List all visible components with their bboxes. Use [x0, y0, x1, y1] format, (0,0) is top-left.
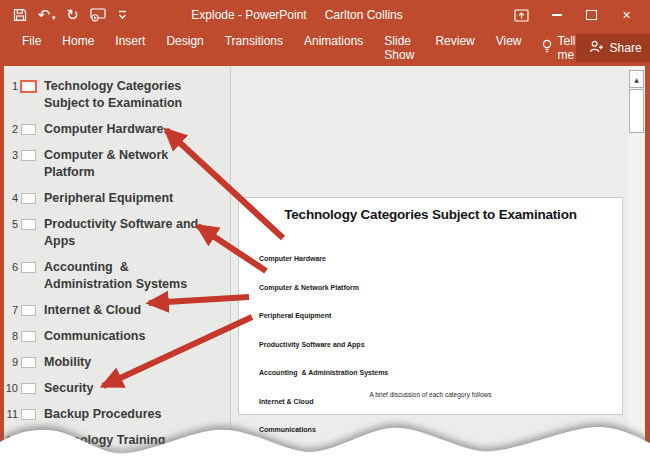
slide-number: 6 [4, 259, 18, 276]
minimize-button[interactable] [539, 0, 574, 30]
outline-item-text[interactable]: Mobility [44, 354, 91, 371]
title-bar: ↶ ▾ ↻ Explode - PowerPoint Carlton Col [0, 0, 650, 30]
outline-item[interactable]: 3 Computer & Network Platform [4, 147, 230, 181]
outline-pane: 1 Technology Categories Subject to Exami… [4, 66, 231, 459]
share-person-icon [589, 40, 604, 56]
slide-bullet[interactable]: Computer & Network Platform [259, 283, 388, 293]
tab-insert[interactable]: Insert [115, 34, 145, 62]
undo-icon[interactable]: ↶ [37, 7, 51, 23]
quick-access-toolbar: ↶ ▾ ↻ [13, 7, 130, 23]
slide-bullet[interactable]: Accounting & Administration Systems [259, 368, 388, 378]
slide-icon-selected[interactable] [20, 80, 37, 93]
window-border-right [645, 0, 650, 459]
window-title: Explode - PowerPoint Carlton Collins [191, 8, 402, 22]
ribbon-display-options-icon[interactable] [504, 0, 539, 30]
start-from-beginning-icon[interactable] [90, 7, 106, 23]
share-label: Share [610, 41, 642, 55]
slide-number: 3 [4, 147, 18, 164]
vertical-scrollbar[interactable]: ▲ [628, 66, 645, 459]
outline-item[interactable]: 12 Technology Training [4, 432, 230, 449]
lightbulb-icon [541, 39, 553, 57]
undo-dropdown-icon[interactable]: ▾ [52, 13, 56, 23]
tell-me-box[interactable]: Tell me [541, 34, 576, 62]
outline-item[interactable]: 9 Mobility [4, 354, 230, 371]
ribbon-tab-bar: File Home Insert Design Transitions Anim… [0, 30, 650, 66]
tab-slide-show[interactable]: Slide Show [384, 34, 414, 62]
slide-icon[interactable] [21, 124, 36, 135]
ribbon-tabs: File Home Insert Design Transitions Anim… [22, 34, 522, 62]
tab-view[interactable]: View [496, 34, 522, 62]
customize-quick-access-toolbar-icon[interactable] [116, 7, 130, 23]
close-button[interactable]: × [609, 0, 644, 30]
outline-item-text[interactable]: Computer Hardware [44, 121, 163, 138]
share-button[interactable]: Share [576, 34, 650, 62]
save-icon[interactable] [13, 7, 27, 23]
signed-in-user: Carlton Collins [325, 8, 403, 22]
slide-icon[interactable] [21, 305, 36, 316]
slide-bullet[interactable]: Communications [259, 425, 388, 435]
document-title: Explode - PowerPoint [191, 8, 306, 22]
slide-number: 9 [4, 354, 18, 371]
outline-item-text[interactable]: Internet & Cloud [44, 302, 141, 319]
tab-transitions[interactable]: Transitions [225, 34, 283, 62]
powerpoint-window: ↶ ▾ ↻ Explode - PowerPoint Carlton Col [0, 0, 650, 459]
scroll-up-button[interactable]: ▲ [629, 70, 644, 88]
slide-footer-text[interactable]: A brief discussion of each category foll… [239, 391, 622, 398]
tab-design[interactable]: Design [166, 34, 203, 62]
slide-bullet[interactable]: Peripheral Equipment [259, 311, 388, 321]
slide-title[interactable]: Technology Categories Subject to Examina… [239, 207, 622, 222]
slide-icon[interactable] [21, 219, 36, 230]
slide-number: 2 [4, 121, 18, 138]
slide-number: 7 [4, 302, 18, 319]
outline-item-text[interactable]: Technology Training [44, 432, 165, 449]
outline-item[interactable]: 11 Backup Procedures [4, 406, 230, 423]
outline-item[interactable]: 7 Internet & Cloud [4, 302, 230, 319]
outline-item[interactable]: 8 Communications [4, 328, 230, 345]
slide-icon[interactable] [21, 150, 36, 161]
maximize-icon [586, 10, 597, 20]
minimize-icon [552, 14, 562, 16]
slide-icon[interactable] [21, 435, 36, 446]
outline-item[interactable]: 4 Peripheral Equipment [4, 190, 230, 207]
outline-item[interactable]: 6 Accounting & Administration Systems [4, 259, 230, 293]
outline-item[interactable]: 10 Security [4, 380, 230, 397]
undo-button[interactable]: ↶ ▾ [37, 7, 56, 23]
outline-item-text[interactable]: Computer & Network Platform [44, 147, 168, 181]
outline-item-text[interactable]: Peripheral Equipment [44, 190, 173, 207]
outline-item-text[interactable]: Productivity Software and Apps [44, 216, 198, 250]
slide-canvas[interactable]: Technology Categories Subject to Examina… [238, 197, 623, 415]
tab-file[interactable]: File [22, 34, 41, 62]
tab-home[interactable]: Home [62, 34, 94, 62]
outline-item-text[interactable]: Backup Procedures [44, 406, 161, 423]
slide-number: 5 [4, 216, 18, 233]
slide-icon[interactable] [21, 331, 36, 342]
outline-item-text[interactable]: Accounting & Administration Systems [44, 259, 187, 293]
slide-icon[interactable] [21, 409, 36, 420]
tab-review[interactable]: Review [435, 34, 474, 62]
maximize-button[interactable] [574, 0, 609, 30]
slide-bullet[interactable]: Mobility [259, 454, 388, 459]
slide-icon[interactable] [21, 262, 36, 273]
slide-icon[interactable] [21, 357, 36, 368]
slide-bullet[interactable]: Computer Hardware [259, 254, 388, 264]
slide-number: 1 [4, 78, 18, 95]
slide-icon[interactable] [21, 383, 36, 394]
window-controls: × [504, 0, 644, 30]
slide-number: 8 [4, 328, 18, 345]
slide-icon[interactable] [21, 193, 36, 204]
slide-number: 4 [4, 190, 18, 207]
slide-body-list[interactable]: Computer Hardware Computer & Network Pla… [259, 235, 388, 459]
slide-number: 11 [4, 406, 18, 423]
tell-me-label: Tell me [558, 34, 576, 62]
outline-item-text[interactable]: Technology Categories Subject to Examina… [44, 78, 182, 112]
tab-animations[interactable]: Animations [304, 34, 363, 62]
slide-bullet[interactable]: Productivity Software and Apps [259, 340, 388, 350]
outline-item[interactable]: 2 Computer Hardware [4, 121, 230, 138]
slide-number: 10 [4, 380, 18, 397]
outline-item-text[interactable]: Security [44, 380, 93, 397]
scrollbar-thumb[interactable] [629, 89, 644, 133]
redo-icon[interactable]: ↻ [66, 7, 80, 23]
outline-item[interactable]: 5 Productivity Software and Apps [4, 216, 230, 250]
outline-item-text[interactable]: Communications [44, 328, 145, 345]
outline-item[interactable]: 1 Technology Categories Subject to Exami… [4, 78, 230, 112]
